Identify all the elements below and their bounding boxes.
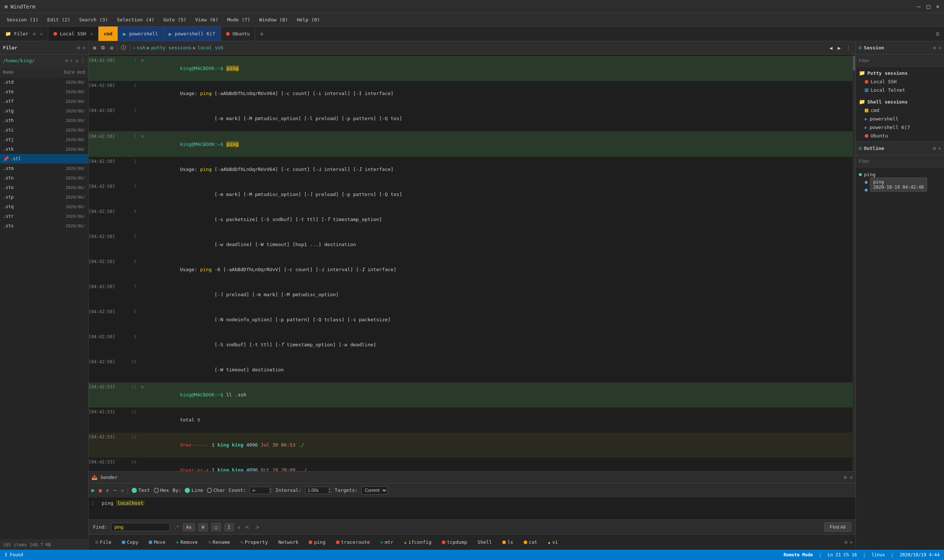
toolbar-property-button[interactable]: ✎ Property: [236, 537, 272, 548]
breadcrumb-putty[interactable]: putty sessions: [151, 45, 192, 51]
toolbar-ping-button[interactable]: ping: [305, 537, 329, 547]
toolbar-mtr-button[interactable]: + mtr: [376, 537, 398, 548]
toolbar-settings-icon[interactable]: ⚙: [844, 539, 847, 545]
toolbar-ifconfig-button[interactable]: ★ ifconfig: [400, 537, 435, 548]
filer-item[interactable]: .sto 2020/06/: [0, 183, 88, 192]
tab-ubuntu[interactable]: Ubuntu: [221, 26, 256, 41]
findbar-next-button[interactable]: >: [254, 523, 261, 531]
findbar-prev-button[interactable]: <: [244, 523, 251, 531]
toolbar-vi-button[interactable]: ★ vi: [543, 537, 562, 548]
minimize-button[interactable]: —: [917, 3, 921, 10]
filer-item[interactable]: .stm 2020/08/: [0, 163, 88, 173]
findbar-word-button[interactable]: W: [198, 523, 208, 531]
session-item-cmd[interactable]: cmd: [856, 106, 944, 115]
filer-item[interactable]: .stk 2020/08/: [0, 145, 88, 154]
sender-close-x-button[interactable]: ✕: [121, 488, 124, 493]
filer-item-selected[interactable]: 📌 .stl: [0, 154, 88, 163]
filer-item[interactable]: .str 2020/06/: [0, 211, 88, 221]
count-up-icon[interactable]: ▲: [269, 487, 271, 490]
filer-item[interactable]: .stq 2020/06/: [0, 202, 88, 211]
scroll-right-button[interactable]: ▶: [836, 44, 842, 52]
session-group-shell-header[interactable]: 📁 Shell sessions: [856, 97, 944, 106]
filer-item[interactable]: .sti 2020/08/: [0, 125, 88, 135]
toolbar-network-button[interactable]: Network: [275, 537, 303, 547]
session-filter-input[interactable]: [859, 58, 941, 63]
toolbar-shell-button[interactable]: Shell: [474, 537, 496, 547]
line-fold[interactable]: ■: [139, 383, 145, 391]
tab-filer[interactable]: 📁 Filer ⚙ ✕: [0, 26, 48, 41]
filer-up-icon[interactable]: ↑: [70, 58, 73, 63]
close-button[interactable]: ✕: [936, 3, 939, 10]
menu-view[interactable]: View (6): [191, 15, 222, 24]
line-fold[interactable]: ■: [139, 56, 145, 65]
sender-count-input[interactable]: [250, 487, 272, 494]
findbar-i-button[interactable]: I: [225, 523, 234, 531]
filer-item[interactable]: .stn 2020/06/: [0, 173, 88, 183]
breadcrumb-ssh-label[interactable]: ssh: [137, 45, 145, 51]
scroll-left-button[interactable]: ◀: [828, 44, 834, 52]
filer-item[interactable]: .ste 2020/08/: [0, 87, 88, 97]
toolbar-traceroute-button[interactable]: traceroute: [332, 537, 374, 547]
breadcrumb-local-ssh[interactable]: local ssh: [197, 45, 223, 51]
sender-text-radio[interactable]: Text: [132, 488, 150, 493]
sender-hex-radio[interactable]: Hex: [154, 488, 169, 493]
findbar-refresh-icon[interactable]: ↺: [238, 524, 241, 530]
filer-item[interactable]: .sth 2020/08/: [0, 116, 88, 125]
menu-help[interactable]: Help (0): [293, 15, 324, 24]
outline-gear-icon[interactable]: ⚙: [933, 146, 936, 151]
filer-item[interactable]: .stp 2020/06/: [0, 192, 88, 202]
tab-filer-close[interactable]: ✕: [40, 31, 42, 37]
findbar-regex-icon[interactable]: .*: [174, 525, 179, 530]
sender-add-button[interactable]: +: [105, 486, 110, 494]
tab-add-button[interactable]: +: [255, 26, 268, 41]
toolbar-more-icon[interactable]: ✕: [850, 539, 853, 545]
sender-count-spinners[interactable]: ▲ ▼: [269, 487, 271, 494]
toolbar-ls-button[interactable]: ls: [498, 537, 517, 547]
toolbar-tcpdump-button[interactable]: tcpdump: [438, 537, 471, 547]
outline-filter-input[interactable]: [859, 158, 941, 164]
filer-path-copy[interactable]: ⊡: [65, 58, 68, 63]
session-item-powershell[interactable]: ▶ powershell: [856, 115, 944, 123]
filer-item[interactable]: .stg 2020/08/: [0, 106, 88, 116]
maximize-button[interactable]: □: [927, 3, 930, 10]
session-item-ubuntu[interactable]: Ubuntu: [856, 132, 944, 140]
sender-line-radio[interactable]: Line: [185, 488, 203, 493]
toolbar-remove-button[interactable]: + Remove: [172, 537, 202, 548]
filer-item[interactable]: .stf 2020/08/: [0, 97, 88, 106]
filer-item[interactable]: .stj 2020/08/: [0, 135, 88, 145]
filer-more-icon[interactable]: ⋮: [80, 58, 85, 63]
session-item-local-telnet[interactable]: Local Telnet: [856, 86, 944, 94]
session-item-powershell67[interactable]: ▶ powershell 6|7: [856, 123, 944, 132]
terminal-scrollbar[interactable]: [853, 54, 856, 471]
sender-char-radio[interactable]: Char: [207, 488, 225, 493]
scrollbar-thumb[interactable]: [853, 56, 855, 71]
menu-selection[interactable]: Selection (4): [113, 15, 158, 24]
outline-close-icon[interactable]: ✕: [938, 146, 941, 151]
sender-play-button[interactable]: ▶: [91, 487, 95, 494]
sender-targets-select[interactable]: Current: [361, 486, 387, 494]
menu-session[interactable]: Session (1): [3, 15, 42, 24]
tab-cmd[interactable]: cmd: [99, 26, 118, 41]
menu-edit[interactable]: Edit (2): [43, 15, 74, 24]
findbar-box-button[interactable]: □: [211, 523, 221, 531]
findbar-aa-button[interactable]: Aa: [183, 523, 195, 531]
sender-interval-input[interactable]: [305, 487, 331, 494]
filer-refresh-icon[interactable]: ↺: [75, 58, 78, 63]
tab-local-ssh-close[interactable]: ✕: [90, 31, 93, 37]
tab-filer-gear[interactable]: ⚙: [33, 31, 35, 37]
session-item-local-ssh[interactable]: Local SSH: [856, 77, 944, 86]
filer-close-icon[interactable]: ✕: [82, 45, 85, 51]
line-fold[interactable]: ■: [139, 132, 145, 140]
tab-list-button[interactable]: ≡: [931, 26, 944, 41]
interval-down-icon[interactable]: ▼: [329, 490, 330, 494]
sender-stop-button[interactable]: ■: [99, 488, 102, 493]
menu-window[interactable]: Window (8): [256, 15, 292, 24]
sender-gear-icon[interactable]: ⚙: [844, 474, 847, 480]
filer-gear-icon[interactable]: ⚙: [77, 45, 80, 51]
count-down-icon[interactable]: ▼: [269, 490, 271, 494]
session-group-putty-header[interactable]: 📁 Putty sessions: [856, 69, 944, 77]
split-button[interactable]: ⊡: [108, 44, 114, 52]
toolbar-file-button[interactable]: ⊡ File: [91, 537, 116, 547]
toolbar-cat-button[interactable]: cat: [520, 537, 541, 547]
tab-local-ssh[interactable]: Local SSH ✕: [48, 26, 99, 41]
